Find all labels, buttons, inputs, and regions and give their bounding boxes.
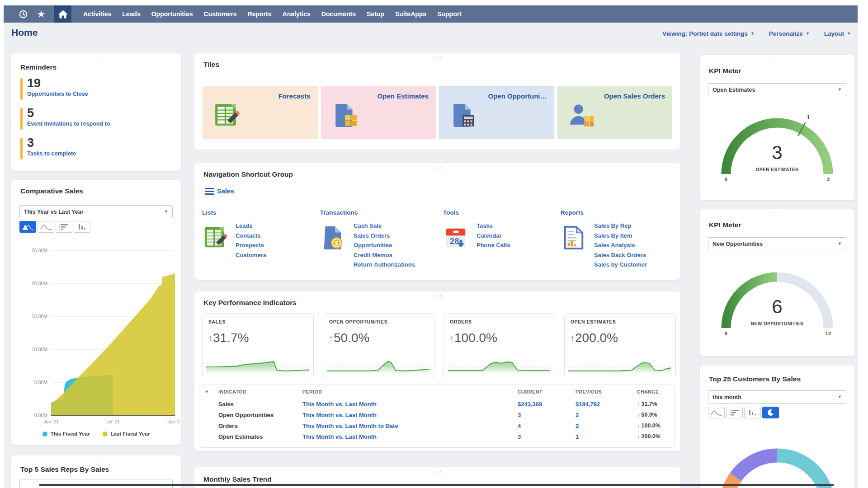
shortcut-group-sales[interactable]: Sales bbox=[205, 188, 234, 195]
cell-period-link[interactable]: This Month vs. Last Month bbox=[302, 401, 518, 408]
nav-analytics[interactable]: Analytics bbox=[283, 10, 311, 18]
cell-current-link[interactable]: 3 bbox=[518, 412, 576, 418]
nav-activities[interactable]: Activities bbox=[83, 10, 111, 18]
kpi-change-value: 50.0% bbox=[334, 331, 369, 345]
drag-handle[interactable] bbox=[91, 183, 101, 187]
nav-opportunities[interactable]: Opportunities bbox=[151, 10, 193, 18]
cell-previous-link[interactable]: $184,782 bbox=[576, 401, 637, 408]
nav-reports[interactable]: Reports bbox=[248, 10, 272, 18]
tile-open-sales-orders[interactable]: Open Sales Orders bbox=[557, 86, 673, 139]
link-sales-analysis[interactable]: Sales Analysis bbox=[594, 240, 647, 250]
drag-handle[interactable] bbox=[91, 56, 101, 60]
personalize-menu[interactable]: Personalize▼ bbox=[769, 30, 810, 37]
top5-filter-select[interactable]: ▼ bbox=[19, 479, 173, 488]
svg-text:3: 3 bbox=[827, 177, 830, 182]
nav-leads[interactable]: Leads bbox=[122, 10, 140, 18]
drag-handle[interactable] bbox=[433, 295, 443, 298]
link-calendar[interactable]: Calendar bbox=[476, 231, 510, 241]
layout-menu[interactable]: Layout▼ bbox=[824, 30, 851, 37]
link-cash-sale[interactable]: Cash Sale bbox=[354, 221, 415, 231]
drag-handle[interactable] bbox=[772, 58, 782, 62]
cell-current-link[interactable]: $243,368 bbox=[518, 401, 576, 408]
tile-open-opportunities[interactable]: Open Opportuni… bbox=[439, 86, 554, 139]
line-chart-button[interactable] bbox=[708, 407, 725, 418]
clock-icon bbox=[19, 9, 28, 19]
link-sales-orders[interactable]: Sales Orders bbox=[354, 231, 415, 241]
filter-caret-icon[interactable]: ▼ bbox=[205, 390, 218, 394]
reminder-tasks-to-complete[interactable]: 3 Tasks to complete bbox=[20, 136, 175, 162]
horizontal-bar-icon bbox=[59, 224, 69, 230]
nav-setup[interactable]: Setup bbox=[367, 10, 384, 18]
shortcuts-star-icon[interactable]: ★ bbox=[33, 5, 49, 23]
nav-documents[interactable]: Documents bbox=[321, 10, 356, 18]
drag-handle[interactable] bbox=[772, 212, 782, 216]
link-sales-back-orders[interactable]: Sales Back Orders bbox=[594, 250, 647, 260]
reminder-link[interactable]: Event Invitations to respond to bbox=[27, 121, 110, 127]
reminder-bar bbox=[20, 108, 23, 130]
kpi-card-orders[interactable]: ORDERS ↑100.0% bbox=[443, 313, 555, 377]
cell-previous-link[interactable]: 1 bbox=[576, 433, 637, 440]
tile-open-estimates[interactable]: Open Estimates bbox=[321, 86, 436, 139]
link-prospects[interactable]: Prospects bbox=[236, 240, 266, 250]
reminder-link[interactable]: Tasks to complete bbox=[27, 150, 76, 157]
nav-support[interactable]: Support bbox=[437, 10, 462, 18]
viewing-settings-menu[interactable]: Viewing: Portlet date settings▼ bbox=[662, 30, 755, 37]
vertical-bar-button[interactable] bbox=[744, 407, 761, 418]
drag-handle[interactable] bbox=[772, 368, 782, 372]
col-change: CHANGE bbox=[637, 389, 675, 394]
kpi-meter-select[interactable]: New Opportunities▼ bbox=[708, 237, 846, 250]
tile-label: Open Sales Orders bbox=[604, 92, 665, 100]
chevron-down-icon: ▼ bbox=[838, 395, 842, 399]
line-chart-button[interactable] bbox=[38, 221, 54, 233]
cell-current-link[interactable]: 4 bbox=[518, 422, 576, 429]
link-return-authorizations[interactable]: Return Authorizations bbox=[354, 260, 415, 270]
vertical-bar-button[interactable] bbox=[74, 221, 90, 233]
cell-period-link[interactable]: This Month vs. Last Month bbox=[302, 433, 518, 440]
link-sales-by-rep[interactable]: Sales By Rep bbox=[594, 221, 647, 231]
nav-customers[interactable]: Customers bbox=[204, 10, 237, 18]
tile-forecasts[interactable]: Forecasts bbox=[203, 86, 318, 139]
link-tasks[interactable]: Tasks bbox=[476, 221, 510, 231]
link-sales-by-item[interactable]: Sales By Item bbox=[594, 231, 647, 241]
comparative-sales-filter-select[interactable]: This Year vs Last Year▼ bbox=[19, 205, 173, 218]
home-tab[interactable] bbox=[54, 5, 71, 23]
cell-previous-link[interactable]: 2 bbox=[576, 422, 637, 429]
portlet-title: KPI Meter bbox=[709, 221, 741, 229]
link-phone-calls[interactable]: Phone Calls bbox=[476, 240, 510, 250]
legend-dot bbox=[103, 432, 108, 436]
link-credit-memos[interactable]: Credit Memos bbox=[354, 250, 415, 260]
drag-handle[interactable] bbox=[433, 470, 443, 474]
horizontal-bar-button[interactable] bbox=[56, 221, 72, 233]
reminder-opportunities-to-close[interactable]: 19 Opportunities to Close bbox=[20, 77, 175, 102]
area-chart-button[interactable] bbox=[19, 221, 36, 233]
col-indicator: INDICATOR bbox=[218, 389, 302, 394]
recent-records-icon[interactable] bbox=[15, 5, 31, 23]
link-sales-by-customer[interactable]: Sales by Customer bbox=[594, 260, 647, 270]
reminder-link[interactable]: Opportunities to Close bbox=[27, 91, 88, 97]
calendar-28-icon: 28 bbox=[444, 225, 468, 250]
kpi-card-label: OPEN OPPORTUNITIES bbox=[329, 319, 387, 324]
link-customers[interactable]: Customers bbox=[236, 250, 266, 260]
cell-period-link[interactable]: This Month vs. Last Month to Date bbox=[302, 422, 518, 429]
tile-label: Open Estimates bbox=[377, 92, 429, 100]
kpi-card-open-estimates[interactable]: OPEN ESTIMATES ↑200.0% bbox=[564, 313, 676, 377]
cell-previous-link[interactable]: 2 bbox=[576, 412, 637, 418]
horizontal-bar-button[interactable] bbox=[726, 407, 743, 418]
kpi-card-open-opportunities[interactable]: OPEN OPPORTUNITIES ↑50.0% bbox=[323, 313, 434, 377]
cell-current-link[interactable]: 3 bbox=[518, 433, 576, 440]
drag-handle[interactable] bbox=[91, 459, 101, 462]
nav-suiteapps[interactable]: SuiteApps bbox=[395, 10, 426, 18]
drag-handle[interactable] bbox=[433, 166, 443, 170]
link-opportunities[interactable]: Opportunities bbox=[354, 240, 415, 250]
open-estimates-gauge: 13OPEN ESTIMATES03 bbox=[709, 108, 845, 189]
link-contacts[interactable]: Contacts bbox=[236, 231, 266, 241]
top25-filter-select[interactable]: this month▼ bbox=[708, 390, 846, 404]
link-leads[interactable]: Leads bbox=[236, 221, 266, 231]
cell-period-link[interactable]: This Month vs. Last Month bbox=[302, 412, 518, 418]
pie-chart-button[interactable] bbox=[762, 407, 779, 418]
kpi-card-sales[interactable]: SALES ↑31.7% bbox=[202, 313, 314, 377]
svg-text:OPEN ESTIMATES: OPEN ESTIMATES bbox=[756, 167, 799, 172]
reminder-event-invitations[interactable]: 5 Event Invitations to respond to bbox=[20, 107, 175, 132]
kpi-meter-select[interactable]: Open Estimates▼ bbox=[708, 83, 846, 96]
drag-handle[interactable] bbox=[433, 56, 443, 60]
